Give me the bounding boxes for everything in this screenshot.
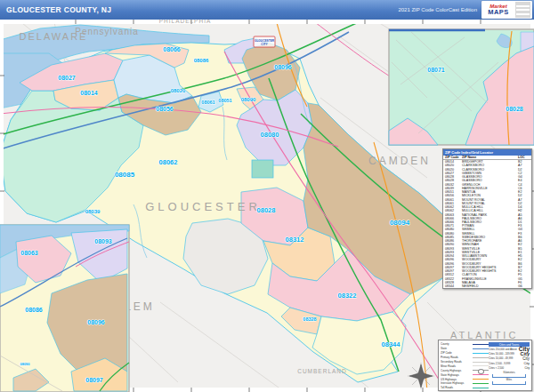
zip-label-08062: 08062: [159, 158, 178, 166]
legend-label: State Highways: [441, 373, 473, 377]
legend-line-swatch: [473, 374, 489, 375]
city-size-label: Cities 50,000 - 249,999: [489, 352, 514, 356]
zip-name-cell: NEWFIELD: [462, 284, 518, 288]
zip-label-08061: 08061: [201, 100, 214, 105]
city-sample-text: City: [523, 362, 530, 365]
inset-zip-label-08093: 08093: [94, 238, 112, 244]
marketmaps-logo: Market MAPS: [481, 1, 532, 19]
inset-top-right[interactable]: 0807108028: [389, 29, 534, 145]
place-label-gloucester: GLOUCESTER: [145, 200, 261, 213]
inset-zip-label-08086: 08086: [25, 307, 43, 313]
zip-label-08328: 08328: [303, 316, 316, 322]
cities-rows: Cities 250,000 and AboveCityCities 50,00…: [489, 347, 530, 371]
inset-zip-label-08096: 08096: [87, 319, 105, 325]
legend-label: US Highways: [441, 378, 473, 381]
zip-label-08312: 08312: [286, 236, 304, 244]
zip-label-08080: 08080: [261, 131, 279, 139]
logo-wordmark: Market MAPS: [481, 4, 515, 16]
zip-label-08056: 08056: [156, 106, 174, 112]
atlantic-county-label: ATLANTIC: [450, 330, 518, 340]
city-sample-text: City: [525, 366, 530, 370]
legend-line-swatch: [473, 357, 489, 358]
legend-line-swatch: [473, 370, 489, 371]
logo-detail-box: [515, 2, 530, 18]
map-legend: CountyStateZIP CodePrimary RoadsSecondar…: [438, 340, 532, 391]
title-bar: GLOUCESTER COUNTY, NJ 2021 ZIP Code Colo…: [0, 0, 534, 20]
zip-label-08322: 08322: [338, 292, 357, 300]
zip-index-table[interactable]: ZIP Code Index/Grid Locator ZIP Code ZIP…: [442, 148, 532, 289]
zip-index-row: 08344NEWFIELDG6: [443, 284, 531, 288]
place-label-camden: CAMDEN: [368, 155, 431, 167]
inset-zip-label-08028: 08028: [506, 106, 523, 112]
legend-label: State: [441, 347, 473, 350]
loc-cell: G6: [518, 284, 530, 288]
highway-shield-icon: [478, 369, 484, 373]
col-zip-name: ZIP Name: [462, 156, 518, 159]
map-title: GLOUCESTER COUNTY, NJ: [6, 5, 111, 14]
legend-label: Minor Roads: [441, 364, 473, 368]
zip-label-08094: 08094: [390, 219, 410, 227]
legend-line-swatch: [473, 379, 489, 380]
inset-bottom-left[interactable]: 080630809308086080960809708090: [0, 225, 129, 392]
city-sample-text: City: [522, 356, 530, 361]
zip-label-08096: 08096: [274, 64, 292, 70]
legend-label: County: [441, 342, 473, 346]
legend-label: County Highways: [441, 369, 473, 372]
city-size-row: Cities 50,000 - 249,999City: [489, 351, 530, 356]
zip-label-08090: 08090: [241, 97, 256, 102]
legend-label: Toll Roads: [441, 386, 473, 389]
col-loc: LOC: [518, 156, 530, 159]
zip-label-08027: 08027: [58, 75, 76, 81]
inset-zip-label-08063: 08063: [20, 250, 38, 256]
place-label-cumberland: CUMBERLAND: [297, 368, 347, 374]
legend-line-swatch: [473, 348, 489, 349]
inset-zip-label-08097: 08097: [85, 377, 103, 383]
legend-label: ZIP Code: [441, 351, 473, 355]
legend-label: Secondary Roads: [441, 360, 473, 364]
zip-label-08020: 08020: [171, 88, 186, 93]
zip-label-08039: 08039: [85, 209, 101, 214]
legend-line-swatch: [473, 344, 489, 345]
city-size-label: Cities 250,000 and Above: [489, 348, 517, 351]
legend-line-swatch: [473, 353, 489, 354]
legend-line-swatch: [473, 388, 489, 388]
legend-cities: Cities and Towns Cities 250,000 and Abov…: [489, 342, 530, 389]
city-size-label: Cities 10,000 - 49,999: [489, 356, 513, 360]
zip-label-08085: 08085: [115, 171, 135, 179]
logo-word2: MAPS: [481, 9, 515, 16]
zip-label-08344: 08344: [382, 340, 401, 348]
zip-label-08086: 08086: [194, 58, 209, 63]
col-zip-code: ZIP Code: [445, 156, 462, 159]
zip-index-title: ZIP Code Index/Grid Locator: [443, 149, 531, 156]
edition-label: 2021 ZIP Code ColorCast Edition: [398, 7, 477, 12]
city-size-row: Cities 10,000 - 49,999City: [489, 356, 530, 361]
legend-line-swatch: [473, 383, 489, 384]
park-area: [252, 160, 273, 178]
legend-row-toll-roads: Toll Roads: [441, 386, 489, 390]
legend-line-swatch: [473, 362, 489, 363]
city-size-label: Cities 2,500 - 9,999: [489, 362, 510, 365]
city-badge: GLOUCESTER CITY: [254, 36, 275, 47]
legend-label: Primary Roads: [441, 356, 473, 359]
legend-line-swatch: [473, 365, 489, 366]
inset-zip-label-08090: 08090: [20, 362, 30, 366]
scale-miles: Miles: [489, 379, 530, 385]
zip-label-08014: 08014: [80, 90, 98, 96]
zip-label-08051: 08051: [218, 98, 231, 103]
legend-line-types: CountyStateZIP CodePrimary RoadsSecondar…: [441, 342, 489, 389]
city-size-row: Cities 2,500 - 9,999City: [489, 361, 530, 365]
miles-bar: [492, 381, 526, 385]
place-label-pennsylvania: Pennsylvania: [75, 27, 138, 36]
zip-index-rows: 08014BRIDGEPORTB208020CLARKSBOROA708020C…: [443, 160, 531, 288]
scale-kilometers: Kilometers: [489, 372, 530, 378]
inset-zip-label-08071: 08071: [427, 67, 445, 73]
svg-text:CITY: CITY: [261, 43, 268, 46]
zip-label-08066: 08066: [163, 46, 181, 52]
city-size-label: Cities < 2,500: [489, 366, 504, 370]
zip-code-cell: 08344: [445, 284, 462, 288]
legend-row-county-highways: County Highways: [441, 368, 489, 372]
legend-label: Interstate Highways: [441, 381, 473, 385]
zip-label-08028: 08028: [257, 206, 276, 214]
